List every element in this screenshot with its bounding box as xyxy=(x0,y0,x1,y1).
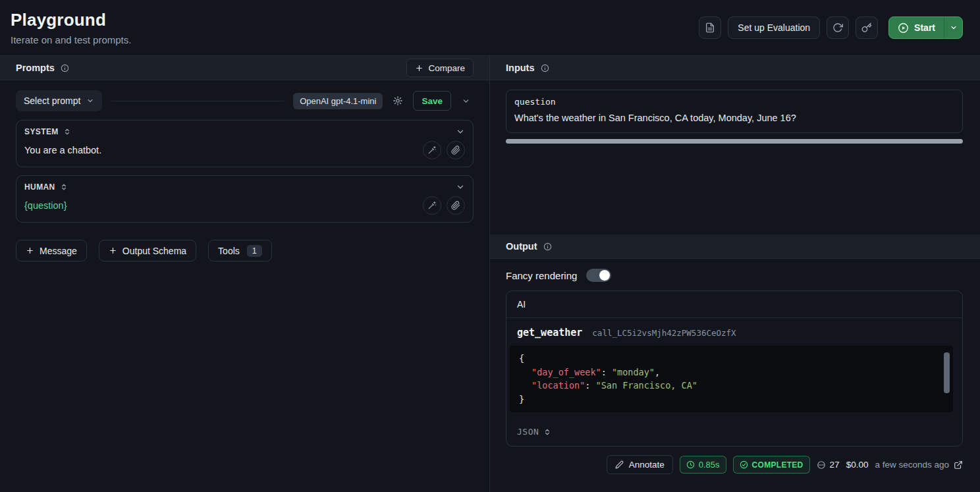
message-head: SYSTEM xyxy=(24,127,465,136)
plus-icon xyxy=(109,246,117,255)
code-line: "location": "San Francisco, CA" xyxy=(519,379,944,393)
tool-call-row: get_weather call_LC5i2vsMjh42zPW536CeOzf… xyxy=(506,318,962,342)
document-icon-button[interactable] xyxy=(699,16,721,39)
role-label: HUMAN xyxy=(24,182,55,192)
prompts-panel: Prompts Compare Select prompt xyxy=(0,56,490,492)
fancy-rendering-label: Fancy rendering xyxy=(506,270,577,281)
inputs-body: question What's the weather in San Franc… xyxy=(490,80,980,234)
role-selector[interactable] xyxy=(63,128,71,136)
select-prompt-button[interactable]: Select prompt xyxy=(16,90,102,111)
gear-icon xyxy=(393,96,403,106)
top-actions: Set up Evaluation Start xyxy=(699,16,963,39)
message-head: HUMAN xyxy=(24,182,465,192)
clock-icon xyxy=(686,460,695,469)
prompts-body: Select prompt OpenAI gpt-4.1-mini Save xyxy=(0,80,489,271)
wand-button[interactable] xyxy=(423,141,441,159)
timestamp: a few seconds ago xyxy=(875,460,949,470)
page-heading: Playground Iterate on and test prompts. xyxy=(11,10,131,45)
annotate-label: Annotate xyxy=(629,460,665,470)
main-split: Prompts Compare Select prompt xyxy=(0,55,980,492)
refresh-icon xyxy=(832,22,843,33)
tool-args-code-block[interactable]: { "day_of_week": "monday", "location": "… xyxy=(510,346,953,412)
status-badge: COMPLETED xyxy=(733,456,810,474)
ai-role-label: AI xyxy=(517,299,526,310)
role-label: SYSTEM xyxy=(24,127,59,136)
paperclip-icon xyxy=(451,201,460,210)
external-link-icon xyxy=(954,460,963,470)
tool-call-name: get_weather xyxy=(517,327,582,339)
info-icon xyxy=(541,64,549,72)
tools-label: Tools xyxy=(218,246,240,256)
toolbar-divider xyxy=(111,101,284,101)
api-key-button[interactable] xyxy=(856,16,878,39)
add-message-label: Message xyxy=(40,246,77,256)
prompts-section-bar: Prompts Compare xyxy=(0,56,489,80)
model-badge[interactable]: OpenAI gpt-4.1-mini xyxy=(293,93,383,109)
token-count-value: 27 xyxy=(830,460,840,470)
top-header: Playground Iterate on and test prompts. … xyxy=(0,0,980,55)
prompts-section-heading: Prompts xyxy=(16,63,69,73)
chevron-down-icon xyxy=(86,97,94,105)
human-message-text[interactable]: {question} xyxy=(24,200,67,211)
latency-value: 0.85s xyxy=(699,460,720,470)
start-button[interactable]: Start xyxy=(889,17,944,38)
collapse-message-button[interactable] xyxy=(456,182,465,192)
message-body: You are a chatbot. xyxy=(24,141,465,159)
refresh-button[interactable] xyxy=(827,16,849,39)
paperclip-icon xyxy=(451,146,460,155)
wand-icon xyxy=(427,201,437,210)
code-vertical-scrollbar[interactable] xyxy=(944,352,950,393)
fancy-rendering-toggle[interactable] xyxy=(586,269,611,282)
start-button-group: Start xyxy=(888,16,963,39)
compare-button-label: Compare xyxy=(428,63,465,73)
input-variable-value[interactable]: What's the weather in San Francisco, CA … xyxy=(514,113,954,123)
message-card-human: HUMAN {question} xyxy=(16,175,474,223)
inputs-section-bar: Inputs xyxy=(490,56,980,80)
info-icon xyxy=(61,64,69,72)
page-title: Playground xyxy=(11,10,131,30)
cost: $0.00 xyxy=(846,460,869,470)
prompt-footer-buttons: Message Output Schema Tools 1 xyxy=(16,240,474,261)
tool-call-id: call_LC5i2vsMjh42zPW536CeOzfX xyxy=(592,328,736,338)
format-label: JSON xyxy=(517,427,539,437)
add-message-button[interactable]: Message xyxy=(16,240,87,261)
plus-icon xyxy=(26,246,34,255)
document-icon xyxy=(705,22,715,33)
tokens-icon xyxy=(817,460,826,470)
wand-button[interactable] xyxy=(423,196,441,215)
attachment-button[interactable] xyxy=(447,196,465,215)
add-output-schema-label: Output Schema xyxy=(122,246,186,256)
save-button[interactable]: Save xyxy=(413,91,451,111)
inputs-horizontal-scrollbar[interactable] xyxy=(506,139,963,144)
prompt-options-button[interactable] xyxy=(458,93,474,109)
add-output-schema-button[interactable]: Output Schema xyxy=(99,240,196,261)
page-subtitle: Iterate on and test prompts. xyxy=(11,34,131,45)
message-actions xyxy=(423,141,465,159)
output-section-bar: Output xyxy=(490,234,980,259)
latency-badge[interactable]: 0.85s xyxy=(680,456,726,474)
message-actions xyxy=(423,196,465,215)
tools-button[interactable]: Tools 1 xyxy=(208,240,272,261)
key-icon xyxy=(861,22,872,33)
trace-link[interactable]: a few seconds ago xyxy=(875,460,963,470)
message-card-system: SYSTEM You are a chatbot. xyxy=(16,120,474,167)
start-button-label: Start xyxy=(914,22,935,33)
model-settings-button[interactable] xyxy=(389,92,406,109)
collapse-message-button[interactable] xyxy=(456,127,465,136)
system-message-text[interactable]: You are a chatbot. xyxy=(24,145,101,155)
setup-evaluation-button[interactable]: Set up Evaluation xyxy=(728,16,820,39)
format-selector[interactable]: JSON xyxy=(506,419,962,446)
compare-button[interactable]: Compare xyxy=(406,59,474,77)
sort-arrows-icon xyxy=(543,428,551,436)
output-body: Fancy rendering AI get_weather call_LC5i… xyxy=(490,259,980,492)
tools-count-badge: 1 xyxy=(247,245,262,257)
inputs-title: Inputs xyxy=(506,63,535,73)
input-variable-card: question What's the weather in San Franc… xyxy=(506,90,963,133)
annotate-button[interactable]: Annotate xyxy=(607,455,673,474)
role-selector[interactable] xyxy=(60,183,68,191)
check-circle-icon xyxy=(740,460,748,469)
start-options-button[interactable] xyxy=(944,17,962,38)
output-message-card: AI get_weather call_LC5i2vsMjh42zPW536Ce… xyxy=(506,290,963,447)
run-status-row: Annotate 0.85s COMPLETED xyxy=(506,455,963,474)
attachment-button[interactable] xyxy=(447,141,465,159)
